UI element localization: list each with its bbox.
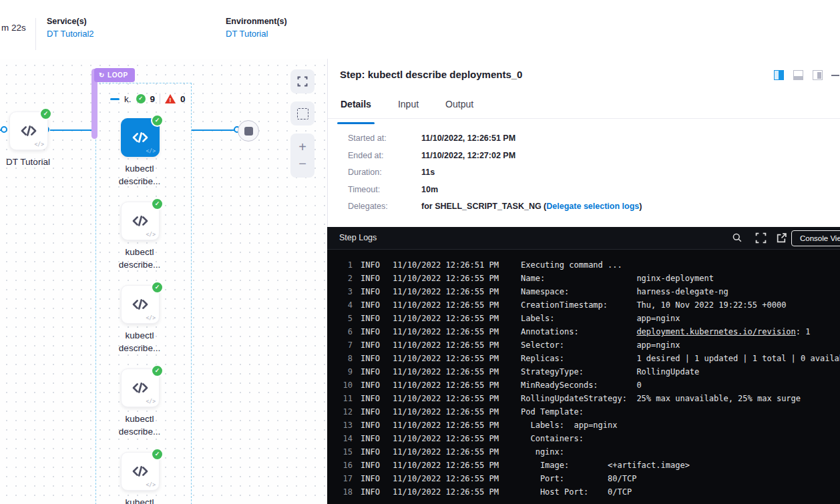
log-line: 13INFO11/10/2022 12:26:55 PM Labels: app… [327, 421, 840, 434]
node-end-stop[interactable] [238, 120, 259, 142]
warning-triangle-icon: ! [165, 94, 176, 103]
log-line: 10INFO11/10/2022 12:26:55 PMMinReadySeco… [327, 381, 840, 394]
search-icon [732, 232, 743, 243]
layout-split-right-button[interactable] [774, 70, 784, 80]
service-link[interactable]: DT Tutorial2 [47, 29, 94, 39]
log-line: 2INFO11/10/2022 12:26:55 PMName: nginx-d… [327, 274, 840, 287]
step-type-watermark-icon: </> [35, 142, 44, 148]
delegate-selection-logs-link[interactable]: Delegate selection logs [546, 202, 639, 211]
log-line: 5INFO11/10/2022 12:26:55 PMLabels: app=n… [327, 314, 840, 327]
layout-bottom-button[interactable] [793, 70, 803, 80]
search-logs-button[interactable] [732, 232, 743, 246]
minimize-panel-icon[interactable] [831, 75, 839, 76]
code-icon [130, 294, 150, 314]
step-logs-title: Step Logs [339, 233, 377, 242]
loop-icon: ↻ [99, 71, 105, 79]
environment-label: Environment(s) [226, 17, 287, 26]
node-label: kubectl describe... [105, 329, 174, 354]
execution-topbar: m 22s Service(s) DT Tutorial2 Environmen… [0, 0, 840, 59]
step-panel-title: Step: kubectl describe deployments_0 [340, 69, 522, 80]
tab-details[interactable]: Details [341, 99, 371, 118]
node-label: kubectl describe... [105, 162, 174, 188]
open-in-new-tab-button[interactable] [776, 232, 787, 246]
success-badge-icon: ✓ [151, 198, 164, 210]
step-logs-header: Step Logs Console View [327, 227, 840, 250]
fullscreen-icon [755, 232, 767, 244]
node-kubectl-describe-5[interactable]: </> ✓ [121, 452, 160, 491]
code-icon [130, 378, 150, 398]
log-line: 18INFO11/10/2022 12:26:55 PM Host Port: … [327, 487, 840, 501]
step-type-watermark-icon: </> [146, 315, 156, 321]
step-type-watermark-icon: </> [146, 482, 156, 488]
node-kubectl-describe-4[interactable]: </> ✓ [121, 368, 160, 407]
log-link[interactable]: deployment.kubernetes.io/revision [636, 327, 795, 336]
edge-loop-to-end [191, 130, 235, 131]
node-label: kubectl describe... [105, 246, 174, 271]
tab-output[interactable]: Output [445, 99, 473, 118]
fullscreen-button[interactable] [290, 69, 314, 93]
log-line: 14INFO11/10/2022 12:26:55 PM Containers: [327, 434, 840, 447]
detail-row-delegates: Delegates: for SHELL_SCRIPT_TASK_NG (Del… [348, 202, 642, 211]
node-kubectl-describe-3[interactable]: </> ✓ [121, 285, 160, 324]
node-label: kubectl describe... [105, 413, 174, 438]
detail-row-ended: Ended at: 11/10/2022, 12:27:02 PM [348, 151, 642, 160]
log-line: 4INFO11/10/2022 12:26:55 PMCreationTimes… [327, 300, 840, 314]
fullscreen-icon [297, 76, 308, 87]
console-view-button[interactable]: Console View [791, 230, 840, 246]
detail-row-timeout: Timeout: 10m [348, 185, 642, 194]
layout-right-button[interactable] [813, 70, 823, 80]
success-count: 9 [150, 94, 156, 104]
success-check-icon: ✓ [136, 94, 146, 103]
log-line: 9INFO11/10/2022 12:26:55 PMStrategyType:… [327, 367, 840, 381]
loop-badge[interactable]: ↻ LOOP [94, 68, 135, 82]
code-icon [130, 461, 150, 481]
external-link-icon [776, 232, 787, 244]
node-label: DT Tutorial [0, 156, 63, 168]
success-badge-icon: ✓ [151, 114, 164, 127]
tab-input[interactable]: Input [398, 99, 419, 118]
code-icon [19, 121, 39, 141]
port-start-left [1, 126, 7, 133]
loop-group-header: k. ✓ 9 ! 0 [110, 93, 186, 105]
marquee-select-button[interactable] [290, 101, 314, 125]
step-tabs: Details Input Output [328, 99, 840, 119]
node-kubectl-describe-2[interactable]: </> ✓ [121, 202, 160, 240]
log-line: 17INFO11/10/2022 12:26:55 PM Port: 80/TC… [327, 474, 840, 487]
collapse-icon[interactable] [110, 98, 120, 100]
code-icon [130, 128, 150, 148]
success-badge-icon: ✓ [151, 364, 164, 377]
stop-square-icon [244, 127, 253, 136]
success-badge-icon: ✓ [151, 448, 164, 461]
step-details: Started at: 11/10/2022, 12:26:51 PM Ende… [348, 134, 642, 219]
log-line: 7INFO11/10/2022 12:26:55 PMSelector: app… [327, 340, 840, 354]
zoom-out-button[interactable]: − [290, 153, 314, 175]
layout-split-right-icon [779, 71, 783, 79]
node-kubectl-describe-selected[interactable]: </> ✓ [121, 118, 160, 157]
log-line: 11INFO11/10/2022 12:26:55 PMRollingUpdat… [327, 394, 840, 407]
node-dt-tutorial[interactable]: </> ✓ [9, 111, 48, 150]
log-line: 16INFO11/10/2022 12:26:55 PM Image: <+ar… [327, 461, 840, 474]
group-name: k. [124, 94, 132, 104]
pipeline-canvas[interactable]: ↻ LOOP k. ✓ 9 ! 0 </> ✓ DT Tutorial </> … [0, 59, 327, 504]
detail-row-started: Started at: 11/10/2022, 12:26:51 PM [348, 134, 642, 143]
success-badge-icon: ✓ [151, 281, 164, 294]
log-line: 12INFO11/10/2022 12:26:55 PMPod Template… [327, 407, 840, 421]
node-label: kubectl describe... [105, 496, 174, 504]
step-type-watermark-icon: </> [146, 232, 156, 238]
step-logs-panel: Step Logs Console View 1INFO11/10/2022 1… [327, 227, 840, 504]
success-badge-icon: ✓ [39, 107, 52, 120]
failed-count: 0 [180, 94, 186, 104]
marquee-icon [297, 108, 308, 119]
detail-row-duration: Duration: 11s [348, 168, 642, 177]
log-lines: 1INFO11/10/2022 12:26:51 PMExecuting com… [327, 249, 840, 501]
code-icon [130, 211, 150, 231]
environment-link[interactable]: DT Tutorial [226, 29, 287, 39]
edge-start-to-loop [50, 130, 91, 131]
log-line: 1INFO11/10/2022 12:26:51 PMExecuting com… [327, 260, 840, 274]
count-divider [160, 93, 160, 104]
loop-badge-label: LOOP [108, 71, 128, 79]
log-line: 8INFO11/10/2022 12:26:55 PMReplicas: 1 d… [327, 354, 840, 367]
expand-logs-button[interactable] [755, 232, 767, 246]
log-line: 3INFO11/10/2022 12:26:55 PMNamespace: ha… [327, 287, 840, 300]
elapsed-duration: m 22s [1, 23, 26, 33]
